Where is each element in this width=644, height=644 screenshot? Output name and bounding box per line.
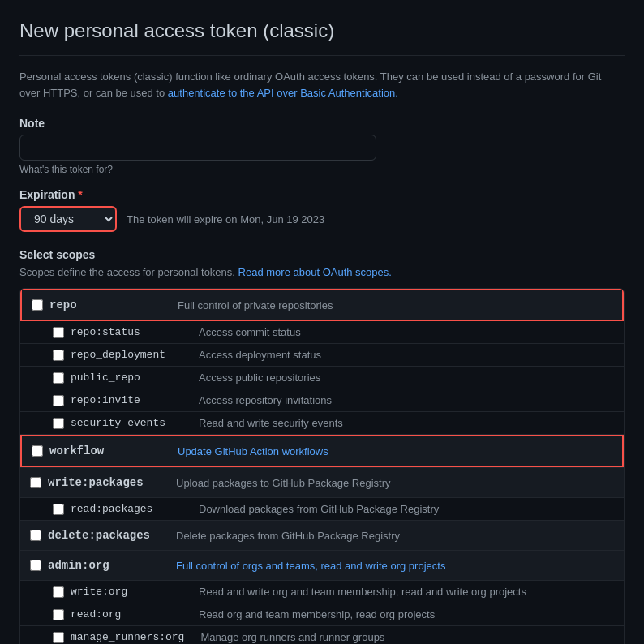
scope-row-repo-deployment: repo_deployment Access deployment status [20,344,624,367]
scope-row-repo-status: repo:status Access commit status [20,321,624,344]
scope-checkbox-write-org[interactable] [53,586,64,598]
scope-desc-repo-deployment: Access deployment status [182,349,614,361]
scope-desc-repo: Full control of private repositories [161,299,612,311]
scope-group-delete-packages: delete:packages Delete packages from Git… [20,521,624,551]
expiration-select[interactable]: 7 days 30 days 60 days 90 days 180 days … [19,206,117,232]
scopes-title: Select scopes [19,248,625,261]
expiration-section: Expiration * 7 days 30 days 60 days 90 d… [19,188,625,232]
scope-checkbox-repo-invite[interactable] [53,395,64,406]
scope-checkbox-write-packages[interactable] [30,477,41,488]
scope-name-read-org: read:org [71,608,121,620]
scope-desc-delete-packages: Delete packages from GitHub Package Regi… [160,530,614,542]
scope-group-admin-org: admin:org Full control of orgs and teams… [20,551,624,644]
scope-row-read-org: read:org Read org and team membership, r… [20,603,624,626]
scope-name-write-packages: write:packages [48,476,144,489]
scope-desc-write-packages: Upload packages to GitHub Package Regist… [160,477,614,489]
scope-checkbox-security-events[interactable] [53,418,64,429]
scope-name-read-packages: read:packages [71,503,152,515]
scope-name-repo: repo [49,298,77,311]
expiration-label: Expiration * [19,188,625,201]
scope-desc-public-repo: Access public repositories [182,371,614,384]
scope-row-admin-org: admin:org Full control of orgs and teams… [20,551,624,581]
scope-row-security-events: security_events Read and write security … [20,412,624,434]
scope-checkbox-public-repo[interactable] [53,372,64,384]
scope-checkbox-workflow[interactable] [32,445,43,457]
scope-checkbox-manage-runners-org[interactable] [53,632,64,643]
scopes-description: Scopes define the access for personal to… [19,266,625,278]
api-auth-link[interactable]: authenticate to the API over Basic Authe… [168,87,398,99]
scope-desc-repo-invite: Access repository invitations [182,394,614,406]
note-section: Note What's this token for? [19,117,625,175]
scope-desc-read-packages: Download packages from GitHub Package Re… [182,503,614,515]
oauth-scopes-link[interactable]: Read more about OAuth scopes. [238,266,392,278]
expiration-info: The token will expire on Mon, Jun 19 202… [127,213,324,225]
page-description: Personal access tokens (classic) functio… [19,69,625,101]
scope-name-manage-runners-org: manage_runners:org [71,631,184,643]
scope-row-manage-runners-org: manage_runners:org Manage org runners an… [20,626,624,644]
scope-desc-admin-org: Full control of orgs and teams, read and… [160,560,614,572]
scope-name-delete-packages: delete:packages [48,529,150,542]
note-label: Note [19,117,625,130]
scope-desc-read-org: Read org and team membership, read org p… [182,608,614,620]
scope-name-repo-deployment: repo_deployment [71,349,165,361]
scope-row-write-packages: write:packages Upload packages to GitHub… [20,468,624,498]
scope-name-security-events: security_events [71,417,165,429]
scope-desc-repo-status: Access commit status [182,326,614,338]
scope-row-write-org: write:org Read and write org and team me… [20,581,624,603]
scope-row-delete-packages: delete:packages Delete packages from Git… [20,521,624,550]
scope-desc-security-events: Read and write security events [182,417,614,429]
scope-desc-workflow: Update GitHub Action workflows [161,445,612,457]
scope-name-write-org: write:org [71,586,127,598]
scope-name-repo-invite: repo:invite [71,394,140,406]
scope-checkbox-read-org[interactable] [53,609,64,620]
scope-name-workflow: workflow [49,444,104,457]
scope-checkbox-admin-org[interactable] [30,560,41,571]
scopes-section: Select scopes Scopes define the access f… [19,248,625,644]
page-title: New personal access token (classic) [19,19,625,56]
scope-row-repo-invite: repo:invite Access repository invitation… [20,389,624,412]
scope-checkbox-repo-deployment[interactable] [53,350,64,361]
scope-name-public-repo: public_repo [71,371,140,384]
note-input[interactable] [19,135,376,161]
scope-name-repo-status: repo:status [71,326,140,338]
scope-checkbox-repo[interactable] [32,299,43,311]
scope-group-workflow: workflow Update GitHub Action workflows [20,435,624,468]
scope-checkbox-delete-packages[interactable] [30,530,41,541]
scope-group-repo: repo Full control of private repositorie… [20,289,624,435]
required-indicator: * [78,188,82,201]
scopes-table: repo Full control of private repositorie… [19,288,625,644]
scope-row-public-repo: public_repo Access public repositories [20,367,624,389]
note-hint: What's this token for? [19,164,625,175]
scope-row-workflow: workflow Update GitHub Action workflows [20,435,624,467]
scope-name-admin-org: admin:org [48,559,109,572]
scope-desc-write-org: Read and write org and team membership, … [182,586,614,598]
scope-row-repo: repo Full control of private repositorie… [20,289,624,321]
scope-checkbox-repo-status[interactable] [53,327,64,338]
scope-row-read-packages: read:packages Download packages from Git… [20,498,624,520]
scope-group-packages: write:packages Upload packages to GitHub… [20,468,624,521]
scope-checkbox-read-packages[interactable] [53,504,64,515]
scope-desc-manage-runners-org: Manage org runners and runner groups [184,631,614,643]
